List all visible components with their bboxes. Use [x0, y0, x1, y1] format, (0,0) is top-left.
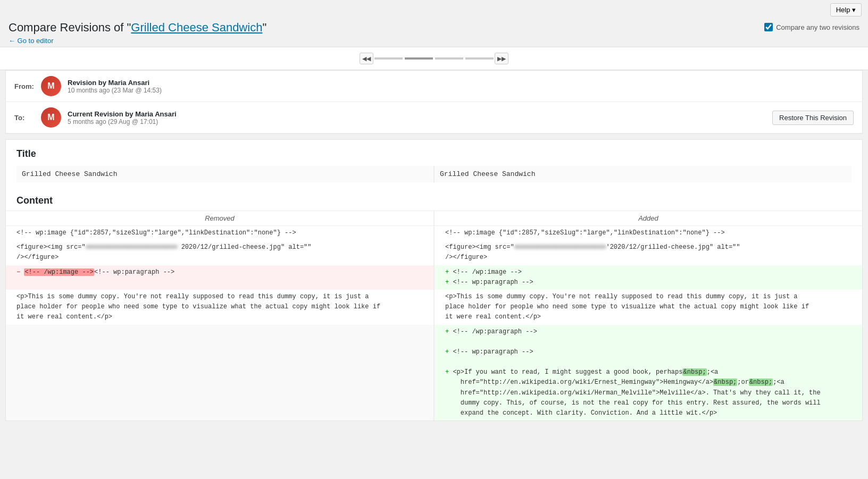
- plus-marker: +: [445, 328, 449, 335]
- to-revision-author: Current Revision by Maria Ansari: [68, 110, 766, 118]
- plus-marker: +: [445, 368, 449, 376]
- go-to-editor-link[interactable]: ← Go to editor: [9, 37, 54, 45]
- diff-container: Title Grilled Cheese Sandwich Grilled Ch…: [5, 139, 863, 421]
- diff-cell-right: <figure><img src="■■■■■■■■■■■■■■■■■■■■■■…: [435, 240, 862, 265]
- page-title: Compare Revisions of "Grilled Cheese San…: [9, 21, 266, 35]
- diff-cell-left: <p>This is some dummy copy. You're not r…: [6, 290, 435, 325]
- added-highlight: &nbsp;: [713, 379, 737, 386]
- title-diff-right: Grilled Cheese Sandwich: [435, 166, 852, 182]
- added-highlight: &nbsp;: [749, 379, 773, 386]
- diff-cell-left: <figure><img src="■■■■■■■■■■■■■■■■■■■■■■…: [6, 240, 435, 265]
- title-area: Compare Revisions of "Grilled Cheese San…: [9, 21, 266, 45]
- added-label: Added: [435, 211, 862, 225]
- to-revision-info: Current Revision by Maria Ansari 5 month…: [68, 110, 766, 125]
- minus-marker: −: [16, 268, 20, 276]
- slider-segment-3: [435, 57, 463, 60]
- compare-any-two-label: Compare any two revisions: [776, 23, 859, 31]
- from-revision-row: From: M Revision by Maria Ansari 10 mont…: [6, 71, 862, 102]
- removed-highlight: <!-- /wp:image -->: [24, 268, 94, 276]
- blurred-url-right: ■■■■■■■■■■■■■■■■■■■■■■■■: [514, 243, 606, 251]
- to-revision-row: To: M Current Revision by Maria Ansari 5…: [6, 102, 862, 133]
- content-diff-section: Content Removed Added <!-- wp:image {"id…: [6, 187, 862, 421]
- post-title-link[interactable]: Grilled Cheese Sandwich: [131, 21, 262, 34]
- plus-marker: +: [445, 279, 449, 286]
- compare-any-two-checkbox[interactable]: [764, 23, 773, 31]
- to-revision-time: 5 months ago (29 Aug @ 17:01): [68, 118, 766, 125]
- plus-marker: +: [445, 348, 449, 356]
- slider-next-button[interactable]: ▶▶: [495, 53, 508, 64]
- title-section-heading: Title: [16, 148, 852, 159]
- restore-revision-button[interactable]: Restore This Revision: [772, 111, 854, 125]
- revision-slider[interactable]: ◀◀ ▶▶: [360, 53, 508, 64]
- from-revision-info: Revision by Maria Ansari 10 months ago (…: [68, 79, 854, 94]
- help-button[interactable]: Help ▾: [830, 3, 862, 16]
- diff-cell-removed: − <!-- /wp:image --><!-- wp:paragraph --…: [6, 265, 435, 290]
- removed-label: Removed: [6, 211, 435, 225]
- from-avatar: M: [41, 76, 61, 96]
- to-avatar: M: [41, 107, 61, 128]
- diff-cell-right: <!-- wp:image {"id":2857,"sizeSlug":"lar…: [435, 226, 862, 240]
- diff-cell-empty: [6, 325, 435, 421]
- diff-row-added-right: + <!-- /wp:paragraph --> + <!-- wp:parag…: [6, 325, 862, 421]
- slider-bar: ◀◀ ▶▶: [0, 47, 868, 70]
- slider-segment-1: [374, 57, 403, 60]
- content-section-heading: Content: [6, 187, 862, 211]
- slider-segment-2: [405, 57, 433, 60]
- to-label: To:: [14, 114, 35, 122]
- added-highlight: &nbsp;: [682, 368, 706, 376]
- from-label: From:: [14, 82, 35, 90]
- title-diff-section: Title Grilled Cheese Sandwich Grilled Ch…: [6, 140, 862, 187]
- diff-row: <p>This is some dummy copy. You're not r…: [6, 290, 862, 325]
- diff-cell-right: <p>This is some dummy copy. You're not r…: [435, 290, 862, 325]
- diff-rows: <!-- wp:image {"id":2857,"sizeSlug":"lar…: [6, 226, 862, 421]
- diff-cell-added-right: + <!-- /wp:paragraph --> + <!-- wp:parag…: [435, 325, 862, 421]
- slider-prev-button[interactable]: ◀◀: [360, 53, 373, 64]
- title-diff: Grilled Cheese Sandwich Grilled Cheese S…: [16, 166, 852, 182]
- diff-cell-added: + <!-- /wp:image --> + <!-- wp:paragraph…: [435, 265, 862, 290]
- diff-row-removed: − <!-- /wp:image --><!-- wp:paragraph --…: [6, 265, 862, 290]
- from-revision-time: 10 months ago (23 Mar @ 14:53): [68, 87, 854, 94]
- slider-segment-4: [465, 57, 494, 60]
- from-revision-author: Revision by Maria Ansari: [68, 79, 854, 87]
- diff-row: <figure><img src="■■■■■■■■■■■■■■■■■■■■■■…: [6, 240, 862, 265]
- blurred-url-left: ■■■■■■■■■■■■■■■■■■■■■■■■: [86, 243, 178, 251]
- compare-any-two-area: Compare any two revisions: [764, 23, 859, 31]
- title-diff-left: Grilled Cheese Sandwich: [16, 166, 435, 182]
- diff-cell-left: <!-- wp:image {"id":2857,"sizeSlug":"lar…: [6, 226, 435, 240]
- revisions-panel: From: M Revision by Maria Ansari 10 mont…: [5, 70, 863, 134]
- plus-marker: +: [445, 268, 449, 276]
- removed-added-header: Removed Added: [6, 211, 862, 226]
- diff-row: <!-- wp:image {"id":2857,"sizeSlug":"lar…: [6, 226, 862, 240]
- top-bar: Compare Revisions of "Grilled Cheese San…: [0, 16, 868, 47]
